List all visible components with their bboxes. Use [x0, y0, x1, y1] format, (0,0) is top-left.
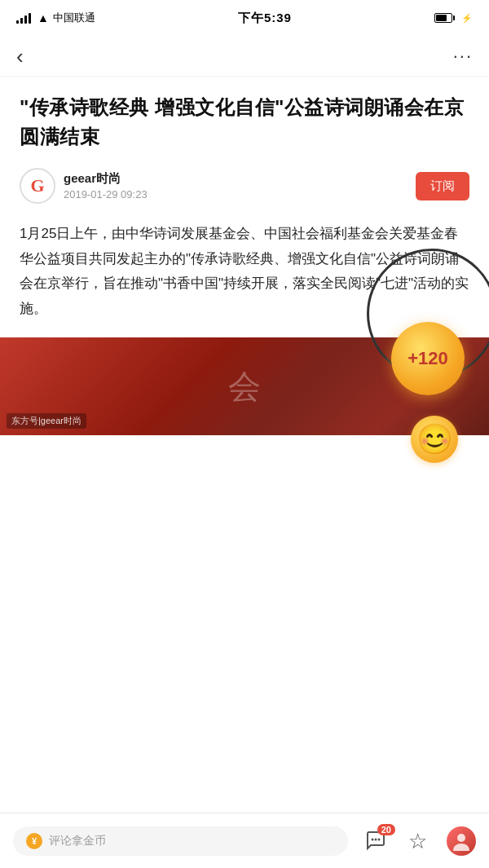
author-avatar[interactable]: G: [20, 168, 55, 204]
toolbar-actions: 20 ☆: [364, 826, 476, 856]
svg-point-3: [457, 834, 465, 842]
wifi-icon: ▲: [37, 11, 49, 24]
status-left: ▲ 中国联通: [16, 11, 95, 25]
user-avatar: [447, 826, 476, 856]
article-container: "传承诗歌经典 增强文化自信"公益诗词朗诵会在京圆满结束 G geear时尚 2…: [0, 77, 489, 321]
star-icon: ☆: [408, 831, 427, 852]
signal-bars: [16, 12, 31, 24]
image-overlay-label: 东方号|geear时尚: [7, 413, 86, 429]
carrier-name: 中国联通: [53, 11, 95, 25]
star-button[interactable]: ☆: [408, 831, 427, 852]
plus-badge: +120: [391, 322, 465, 395]
comment-placeholder: 评论拿金币: [49, 834, 106, 848]
chat-badge-count: 20: [377, 824, 395, 835]
chat-button[interactable]: 20: [364, 829, 389, 853]
charge-icon: ⚡: [461, 13, 473, 24]
article-text: 1月25日上午，由中华诗词发展基金会、中国社会福利基金会关爱基金春华公益项目共同…: [20, 226, 469, 316]
svg-point-0: [372, 838, 374, 840]
author-row: G geear时尚 2019-01-29 09:23 订阅: [20, 168, 469, 204]
status-right: ⚡: [434, 13, 473, 24]
status-bar: ▲ 中国联通 下午5:39 ⚡: [0, 0, 489, 36]
back-button[interactable]: ‹: [16, 46, 24, 67]
emoji-container[interactable]: 😊: [411, 416, 458, 463]
author-text: geear时尚 2019-01-29 09:23: [64, 171, 148, 200]
user-profile-button[interactable]: [447, 826, 476, 856]
image-decorative: 会: [228, 364, 261, 409]
plus-badge-text: +120: [408, 348, 448, 369]
coin-icon: ¥: [26, 833, 42, 849]
emoji-face: 😊: [411, 416, 458, 463]
status-time: 下午5:39: [238, 11, 292, 26]
avatar-letter: G: [30, 175, 44, 196]
subscribe-button[interactable]: 订阅: [416, 172, 469, 200]
author-info: G geear时尚 2019-01-29 09:23: [20, 168, 148, 204]
chat-icon-wrap: 20: [364, 829, 389, 853]
svg-point-2: [378, 838, 381, 840]
bottom-toolbar: ¥ 评论拿金币 20 ☆: [0, 813, 489, 868]
user-avatar-svg: [450, 830, 473, 853]
article-title: "传承诗歌经典 增强文化自信"公益诗词朗诵会在京圆满结束: [20, 93, 469, 152]
more-button[interactable]: ···: [453, 46, 473, 67]
battery-icon: [434, 13, 455, 23]
plus-badge-container: +120: [391, 322, 465, 395]
nav-bar: ‹ ···: [0, 36, 489, 77]
comment-input-area[interactable]: ¥ 评论拿金币: [13, 826, 348, 856]
author-name: geear时尚: [64, 171, 148, 187]
author-date: 2019-01-29 09:23: [64, 188, 148, 200]
svg-point-1: [375, 838, 377, 840]
article-body: 1月25日上午，由中华诗词发展基金会、中国社会福利基金会关爱基金春华公益项目共同…: [20, 222, 469, 321]
